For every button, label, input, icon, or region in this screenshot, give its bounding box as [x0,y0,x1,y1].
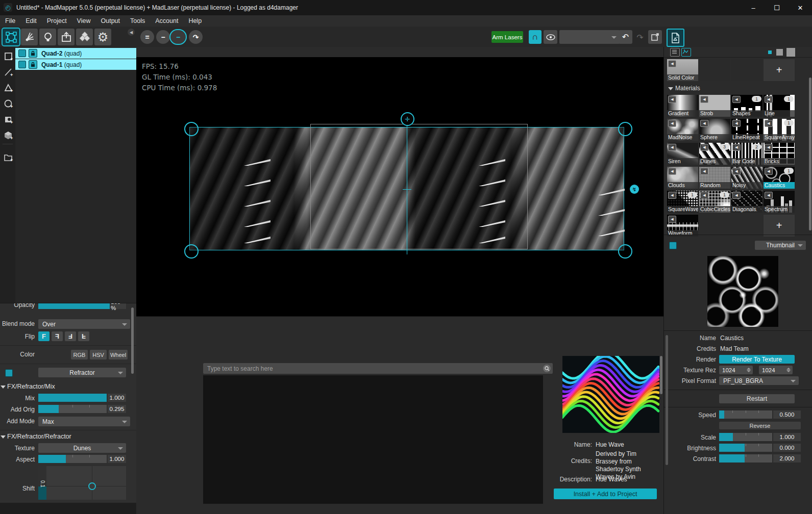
blend-mode-dropdown[interactable]: Over [38,319,130,329]
pixel-format-dropdown[interactable]: PF_U8_BGRA [719,376,799,385]
material-tile-bricks[interactable]: ◀Bricks [764,143,795,165]
layer-visibility-checkbox[interactable] [18,49,26,57]
thumbnail-view-icon[interactable] [681,48,691,57]
quad-corner-handle-bl[interactable] [184,244,199,259]
texture-dropdown[interactable]: Dunes [38,443,126,453]
tile-back-icon[interactable]: ◀ [668,60,676,67]
menu-item-tools[interactable]: Tools [125,15,150,27]
menu-item-output[interactable]: Output [95,15,125,27]
material-tile-gradient[interactable]: ◀Gradient [667,95,698,117]
materials-scrollbar[interactable] [809,78,811,230]
media-panel-toggle-button[interactable] [667,29,684,47]
maximize-button[interactable]: ☐ [765,0,789,15]
material-tile-linerepeat[interactable]: ◀LineRepeat [731,119,762,141]
search-input[interactable]: Type text to search here [203,363,553,374]
add-quad-tool[interactable]: + [2,50,14,62]
menu-item-account[interactable]: Account [150,15,183,27]
visibility-button[interactable] [544,30,557,44]
shift-xy-pad[interactable]: 0.1 [38,466,126,500]
menu-item-file[interactable]: File [0,15,20,27]
texture-width-stepper[interactable]: 1024 [719,366,753,374]
layer-row-quad-1[interactable]: Quad-1 (quad) [15,59,136,70]
layer-lock-button[interactable] [29,49,37,58]
layer-row-quad-2[interactable]: Quad-2 (quad) [15,48,136,59]
aspect-slider[interactable]: 1.000 [38,455,126,463]
tile-back-icon[interactable]: ◀ [765,192,773,199]
tile-back-icon[interactable]: ◀ [700,144,708,151]
details-scrollbar[interactable] [660,356,662,394]
scale-slider[interactable]: 1.000 [719,433,801,441]
params-scrollbar[interactable] [666,335,668,465]
magnet-snap-button[interactable]: ∩ [529,30,542,44]
material-tile-caustics[interactable]: ◀1Caustics [764,167,795,189]
toolbar-collapse-button[interactable]: ◀ [128,29,135,36]
texture-height-stepper[interactable]: 1024 [759,366,793,374]
render-to-texture-button[interactable]: Render To Texture [719,355,795,364]
preview-checkbox[interactable] [669,242,677,249]
tile-back-icon[interactable]: ◀ [765,96,773,103]
tile-back-icon[interactable]: ◀ [732,144,741,151]
tile-back-icon[interactable]: ◀ [765,144,773,151]
material-tile-diagonals[interactable]: ◀Diagonals [731,191,762,213]
mix-slider[interactable]: 1.000 [38,394,126,402]
collapse-triangle-icon[interactable] [668,87,673,90]
material-tile-spectrum[interactable]: ◀Spectrum [764,191,795,213]
material-tile-sphere[interactable]: ◀Sphere [699,119,730,141]
settings-tool-button[interactable]: ⚙ [94,29,111,45]
remove-output-button[interactable]: − [156,30,170,44]
rgb-button[interactable]: RGB [71,350,88,359]
quad-move-handle[interactable]: ✛ [401,112,414,126]
material-tile-bar-code[interactable]: ◀2Bar Code [731,143,762,165]
tile-size-medium-button[interactable] [776,49,783,56]
opacity-slider[interactable]: 100 % [38,303,126,309]
tile-back-icon[interactable]: ◀ [668,144,676,151]
add-mode-dropdown[interactable]: Max [38,417,130,426]
layer-lock-button[interactable] [29,60,37,69]
output-tool-button[interactable] [58,29,75,45]
tile-back-icon[interactable]: ◀ [700,192,708,199]
material-tile-shapes[interactable]: ◀1Shapes [731,95,762,117]
material-tile-line[interactable]: ◀1Line [764,95,795,117]
material-tile-clouds[interactable]: ◀Clouds [667,167,698,189]
wheel-button[interactable]: Wheel [109,350,128,359]
tile-back-icon[interactable]: ◀ [668,96,676,103]
shift-x-axis-bar[interactable]: 0.1 [38,466,46,500]
add-circle-tool[interactable]: + [2,97,14,110]
fx-mix-section-header[interactable]: FX/Refractor/Mix [7,383,55,390]
material-tile-squarewave[interactable]: ◀1SquareWave [667,191,698,213]
redo-view-button[interactable]: ↷ [189,30,203,44]
tile-back-icon[interactable]: ◀ [700,96,708,103]
add-orig-slider[interactable]: 0.295 [38,405,126,413]
fx-checkbox[interactable] [5,369,13,377]
flip-both-button[interactable]: F [65,331,76,341]
menu-item-edit[interactable]: Edit [20,15,42,27]
add-line-tool[interactable]: + [2,66,14,78]
list-view-icon[interactable] [670,48,680,57]
tile-size-large-button[interactable] [786,48,795,57]
speed-slider[interactable]: 0.500 [719,410,801,419]
flip-vertical-button[interactable]: F [78,331,89,341]
tile-back-icon[interactable]: ◀ [732,120,741,127]
layer-visibility-checkbox[interactable] [18,61,26,68]
material-tile-dunes[interactable]: ◀3Dunes [699,143,730,165]
tile-back-icon[interactable]: ◀ [732,96,741,103]
tile-back-icon[interactable]: ◀ [700,168,708,175]
tile-size-small-button[interactable] [768,50,772,54]
tile-back-icon[interactable]: ◀ [732,168,741,175]
fx-refractor-section-header[interactable]: FX/Refractor/Refractor [7,433,71,440]
add-material-button[interactable]: + [764,59,795,81]
material-tile-noisy[interactable]: ◀Noisy [731,167,762,189]
menu-item-view[interactable]: View [72,15,96,27]
lock-workspace-button[interactable] [648,30,662,44]
properties-scrollbar[interactable] [131,307,134,374]
minimize-output-button[interactable]: − [170,30,186,44]
contrast-slider[interactable]: 2.000 [719,454,801,462]
material-tile-cubiccircles[interactable]: ◀1CubicCircles [699,191,730,213]
restart-button[interactable]: Restart [719,394,795,403]
output-mode-button[interactable]: = [140,30,154,44]
add-triangle-tool[interactable]: + [2,82,14,94]
add-material-button[interactable]: + [764,215,795,237]
material-tile-strob[interactable]: ◀Strob [699,95,730,117]
add-3d-object-tool[interactable]: + [2,129,14,141]
add-mask-tool[interactable]: + [2,113,14,125]
